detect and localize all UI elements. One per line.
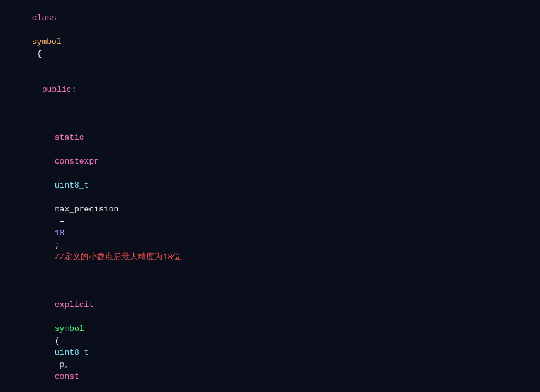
type-uint8: uint8_t <box>55 181 89 190</box>
type-uint8-p: uint8_t <box>55 348 89 357</box>
class-name-symbol: symbol <box>32 37 62 47</box>
var-max-precision: max_precision <box>55 204 118 214</box>
keyword-class: class <box>32 13 57 23</box>
line-2: public: <box>0 72 540 108</box>
comment-precision: //定义的小数点后最大精度为18位 <box>55 252 181 262</box>
line-6: explicit symbol ( uint8_t p, const char … <box>0 287 540 392</box>
fn-symbol1: symbol <box>55 324 84 333</box>
line-1: class symbol { <box>0 0 540 72</box>
line-4: static constexpr uint8_t max_precision =… <box>0 120 540 275</box>
kw-static: static <box>55 133 84 142</box>
kw-explicit: explicit <box>55 300 94 310</box>
kw-constexpr: constexpr <box>55 157 99 166</box>
line-3 <box>0 108 540 120</box>
keyword-public: public <box>42 85 72 94</box>
code-editor: class symbol { public: static constexpr … <box>0 0 540 392</box>
num-18: 18 <box>55 228 65 238</box>
line-5 <box>0 275 540 287</box>
kw-const: const <box>55 372 79 381</box>
